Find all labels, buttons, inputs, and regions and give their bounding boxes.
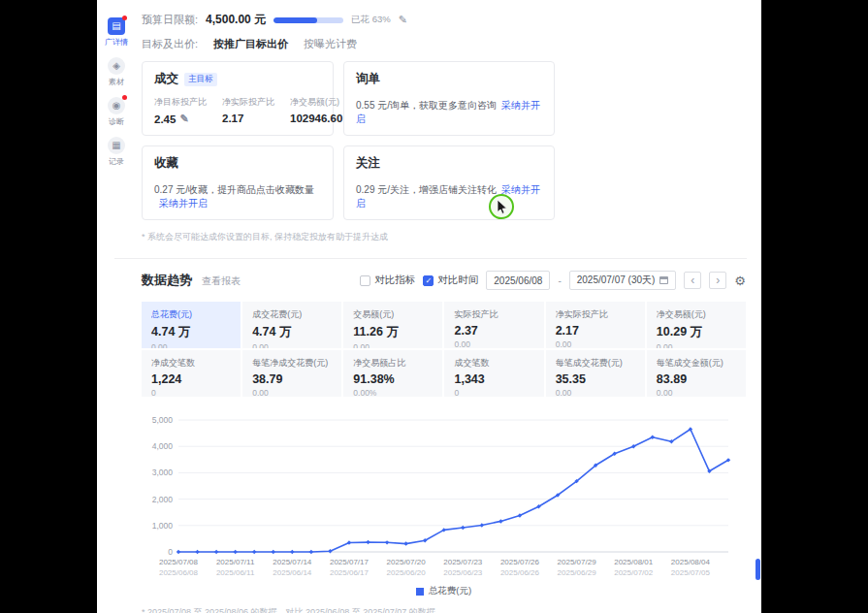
svg-text:2025/06/26: 2025/06/26 xyxy=(500,568,540,577)
metric-card-net-transaction-ratio[interactable]: 净交易额占比 91.38% 0.00% xyxy=(343,350,442,397)
sidebar-item-label: 素材 xyxy=(109,77,124,87)
svg-text:2025/06/20: 2025/06/20 xyxy=(387,568,427,577)
metric-label: 净实际投产比 xyxy=(222,96,274,109)
budget-spent-label: 已花 63% xyxy=(351,14,391,26)
chart-legend[interactable]: 总花费(元) xyxy=(142,585,746,597)
metric-value: 102946.60 xyxy=(290,113,342,124)
budget-progress-fill xyxy=(273,17,317,23)
footnotes: * 2025/07/08 至 2025/08/06 的数据，对比 2025/06… xyxy=(142,605,746,613)
svg-text:3,000: 3,000 xyxy=(152,468,174,477)
goal-label: 目标及出价: xyxy=(142,37,198,51)
prev-range-button[interactable]: ‹ xyxy=(684,272,701,289)
svg-text:2025/06/23: 2025/06/23 xyxy=(443,568,483,577)
metric-card-net-deal-count[interactable]: 净成交笔数 1,224 0 xyxy=(142,350,241,397)
next-range-button[interactable]: › xyxy=(709,272,726,289)
legend-label: 总花费(元) xyxy=(429,585,471,597)
footnote: * 2025/07/08 至 2025/08/06 的数据，对比 2025/06… xyxy=(142,605,746,613)
card-desc: 0.27 元/收藏，提升商品点击收藏数量 xyxy=(154,184,314,195)
svg-text:2025/06/14: 2025/06/14 xyxy=(273,568,312,577)
data-trend-section: 数据趋势 查看报表 对比指标 ✓ 对比时间 2025/06/08 - 2025/… xyxy=(97,259,761,613)
scrollbar-thumb[interactable] xyxy=(755,559,760,580)
calendar-icon xyxy=(659,276,668,284)
goal-card-favorite: 收藏 0.27 元/收藏，提升商品点击收藏数量采纳并开启 xyxy=(142,145,334,220)
sidebar-item-label: 诊断 xyxy=(109,116,124,127)
svg-text:1,000: 1,000 xyxy=(152,521,174,531)
metric-card-actual-roi[interactable]: 实际投产比 2.37 0.00 xyxy=(444,302,543,348)
goal-card-deal: 成交 主目标 净目标投产比 2.45✎ 净实际投产比 2.17 xyxy=(142,61,334,136)
metric-value: 2.17 xyxy=(222,113,243,124)
checkbox-label: 对比时间 xyxy=(437,274,478,287)
svg-text:5,000: 5,000 xyxy=(152,415,174,425)
metric-card-deal-count[interactable]: 成交笔数 1,343 0 xyxy=(444,350,543,397)
svg-text:2025/07/17: 2025/07/17 xyxy=(330,558,370,566)
svg-text:0: 0 xyxy=(168,547,173,557)
checkbox-label: 对比指标 xyxy=(374,274,415,287)
checkbox-unchecked[interactable] xyxy=(360,275,370,286)
svg-text:2025/08/04: 2025/08/04 xyxy=(671,558,711,566)
svg-text:2025/07/20: 2025/07/20 xyxy=(387,558,427,566)
detail-icon: ▤ xyxy=(108,17,125,35)
metric-card-cost-per-net-deal[interactable]: 每笔净成交花费(元) 38.79 0.00 xyxy=(242,350,341,397)
card-desc: 0.55 元/询单，获取更多意向咨询 xyxy=(356,100,497,111)
compare-metric-checkbox[interactable]: 对比指标 xyxy=(360,274,415,287)
red-dot-badge xyxy=(122,95,127,100)
settings-gear-icon[interactable]: ⚙ xyxy=(734,274,746,288)
creative-icon: ◈ xyxy=(108,57,125,75)
budget-value: 4,500.00 元 xyxy=(206,12,266,28)
svg-text:2025/07/08: 2025/07/08 xyxy=(159,558,199,566)
date-start-value: 2025/06/08 xyxy=(494,275,542,286)
budget-progress-bar xyxy=(273,17,343,23)
goal-note: * 系统会尽可能达成你设置的目标, 保持稳定投放有助于提升达成 xyxy=(142,231,746,243)
tab-bid-by-impression[interactable]: 按曝光计费 xyxy=(304,37,357,51)
trend-title: 数据趋势 xyxy=(142,272,192,289)
view-report-link[interactable]: 查看报表 xyxy=(202,274,241,288)
sidebar-item-records[interactable]: ▦ 记录 xyxy=(101,137,132,167)
metric-card-amount-per-deal[interactable]: 每笔成交金额(元) 83.89 0.00 xyxy=(647,350,746,397)
card-title: 收藏 xyxy=(154,155,178,172)
svg-text:2025/07/14: 2025/07/14 xyxy=(273,558,312,566)
metric-cards-grid: 总花费(元) 4.74 万 0.00 成交花费(元) 4.74 万 0.00 交… xyxy=(142,302,746,397)
metric-card-total-cost[interactable]: 总花费(元) 4.74 万 0.00 xyxy=(142,302,241,348)
svg-text:2025/07/05: 2025/07/05 xyxy=(671,568,711,577)
svg-text:2025/07/26: 2025/07/26 xyxy=(500,558,540,566)
metric-card-deal-cost[interactable]: 成交花费(元) 4.74 万 0.00 xyxy=(242,302,341,348)
card-title: 关注 xyxy=(356,155,380,172)
sidebar-item-label: 广详情 xyxy=(105,37,128,48)
budget-label: 预算日限额: xyxy=(142,13,198,27)
checkbox-checked[interactable]: ✓ xyxy=(423,275,434,286)
metric-card-net-actual-roi[interactable]: 净实际投产比 2.17 0.00 xyxy=(546,302,645,348)
screen: ▤ 广详情 ◈ 素材 ◉ 诊断 ▦ 记录 预算日限额: 4,500.00 元 已… xyxy=(0,0,868,613)
metric-card-cost-per-deal[interactable]: 每笔成交花费(元) 35.35 0.00 xyxy=(546,350,645,397)
metric-label: 净交易额(元) xyxy=(290,96,342,109)
svg-text:2025/06/29: 2025/06/29 xyxy=(558,568,597,577)
date-range-separator: - xyxy=(558,275,561,286)
red-dot-badge xyxy=(122,16,127,20)
goal-cards-grid: 成交 主目标 净目标投产比 2.45✎ 净实际投产比 2.17 xyxy=(142,61,746,220)
card-desc: 0.29 元/关注，增强店铺关注转化 xyxy=(356,184,497,195)
svg-text:2025/07/02: 2025/07/02 xyxy=(614,568,654,577)
compare-time-checkbox[interactable]: ✓ 对比时间 xyxy=(423,274,478,287)
metric-card-net-transaction-amount[interactable]: 净交易额(元) 10.29 万 0.00 xyxy=(647,302,746,348)
budget-edit-icon[interactable]: ✎ xyxy=(399,14,407,26)
adopt-enable-link[interactable]: 采纳并开启 xyxy=(159,198,208,209)
svg-text:2025/07/11: 2025/07/11 xyxy=(216,558,255,566)
goal-card-inquiry: 询单 0.55 元/询单，获取更多意向咨询采纳并开启 xyxy=(343,61,555,136)
ad-detail-panel: ▤ 广详情 ◈ 素材 ◉ 诊断 ▦ 记录 预算日限额: 4,500.00 元 已… xyxy=(97,0,761,613)
sidebar-item-detail[interactable]: ▤ 广详情 xyxy=(101,17,132,48)
card-title: 成交 xyxy=(154,71,178,87)
sidebar-item-diagnosis[interactable]: ◉ 诊断 xyxy=(101,97,132,127)
svg-text:2025/08/01: 2025/08/01 xyxy=(614,558,654,566)
sidebar-item-label: 记录 xyxy=(109,156,124,167)
floating-sidebar: ▤ 广详情 ◈ 素材 ◉ 诊断 ▦ 记录 xyxy=(101,17,132,167)
daily-budget-row: 预算日限额: 4,500.00 元 已花 63% ✎ xyxy=(142,12,746,28)
sidebar-item-creative[interactable]: ◈ 素材 xyxy=(101,57,132,87)
date-start-input[interactable]: 2025/06/08 xyxy=(486,271,550,290)
tab-bid-by-goal[interactable]: 按推广目标出价 xyxy=(213,37,288,51)
click-indicator xyxy=(489,194,514,219)
target-roi-edit-icon[interactable]: ✎ xyxy=(179,113,188,125)
svg-text:2025/06/11: 2025/06/11 xyxy=(216,568,255,577)
goal-bid-row: 目标及出价: 按推广目标出价 按曝光计费 xyxy=(142,37,746,51)
date-end-input[interactable]: 2025/07/07 (30天) xyxy=(569,271,677,290)
svg-text:2025/07/23: 2025/07/23 xyxy=(443,558,483,566)
metric-card-transaction-amount[interactable]: 交易额(元) 11.26 万 0.00 xyxy=(343,302,442,348)
